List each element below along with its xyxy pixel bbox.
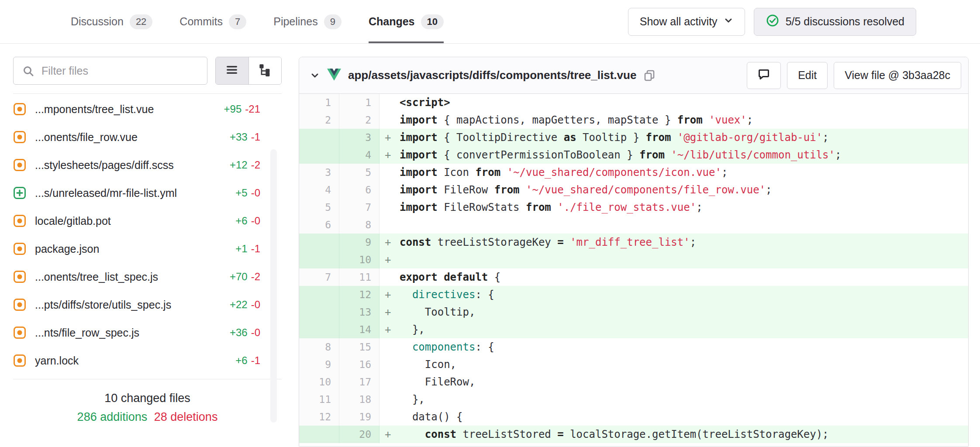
file-list-item[interactable]: locale/gitlab.pot +6-0 <box>13 207 283 235</box>
diff-line[interactable]: 13 + Tooltip, <box>299 303 968 321</box>
file-modified-icon <box>13 326 26 339</box>
list-view-button[interactable] <box>216 57 248 84</box>
file-list-item[interactable]: ...onents/tree_list_spec.js +70-2 <box>13 263 283 291</box>
file-list-item[interactable]: yarn.lock +6-1 <box>13 347 283 375</box>
line-content: + }, <box>380 321 968 338</box>
copy-path-icon[interactable] <box>643 69 656 82</box>
line-content: +const treeListStorageKey = 'mr_diff_tre… <box>380 234 968 251</box>
new-line-number: 13 <box>339 303 380 321</box>
new-line-number: 19 <box>339 408 380 426</box>
total-deletions: 28 deletions <box>154 410 218 423</box>
tab-discussion[interactable]: Discussion 22 <box>71 0 152 43</box>
diff-line[interactable]: 11 18 }, <box>299 391 968 408</box>
file-view-toggle <box>215 57 282 85</box>
file-list-item[interactable]: package.json +1-1 <box>13 235 283 263</box>
diff-file-header-actions: Edit View file @ 3b3aa28c <box>747 62 961 89</box>
diff-line[interactable]: 12 + directives: { <box>299 286 968 303</box>
sidebar-scrollbar[interactable] <box>270 149 277 423</box>
discussions-resolved-button[interactable]: 5/5 discussions resolved <box>754 8 916 36</box>
file-list-item[interactable]: ...mponents/tree_list.vue +95-21 <box>13 95 283 123</box>
file-tree-icon <box>259 63 272 78</box>
file-diff-stats: +12-2 <box>230 159 260 171</box>
diff-line[interactable]: 8 15 components: { <box>299 338 968 356</box>
file-diff-stats: +36-0 <box>230 327 260 339</box>
diff-line[interactable]: 3 +import { TooltipDirective as Tooltip … <box>299 129 968 146</box>
old-line-number: 8 <box>299 338 339 356</box>
show-all-activity-dropdown[interactable]: Show all activity <box>628 8 745 36</box>
new-line-number: 12 <box>339 286 380 303</box>
diff-line[interactable]: 7 11 export default { <box>299 268 968 286</box>
diff-line[interactable]: 10 + <box>299 251 968 268</box>
diff-line[interactable]: 12 19 data() { <box>299 408 968 426</box>
old-line-number: 1 <box>299 94 339 111</box>
file-list-item[interactable]: ...onents/file_row.vue +33-1 <box>13 123 283 151</box>
view-file-button[interactable]: View file @ 3b3aa28c <box>834 62 961 89</box>
file-diff-stats: +1-1 <box>235 243 260 255</box>
new-line-number: 16 <box>339 356 380 373</box>
old-line-number <box>299 129 339 146</box>
vue-file-icon <box>327 69 341 83</box>
diff-line[interactable]: 10 17 FileRow, <box>299 373 968 391</box>
file-list-item[interactable]: ...stylesheets/pages/diff.scss +12-2 <box>13 151 283 179</box>
diff-line[interactable]: 9 16 Icon, <box>299 356 968 373</box>
chevron-down-icon <box>724 15 733 28</box>
diff-line[interactable]: 6 8 <box>299 216 968 234</box>
edit-file-button[interactable]: Edit <box>787 62 828 89</box>
diff-line[interactable]: 9 +const treeListStorageKey = 'mr_diff_t… <box>299 234 968 251</box>
new-line-number: 7 <box>339 199 380 216</box>
additions-count: +36 <box>230 327 248 338</box>
old-line-number: 10 <box>299 373 339 391</box>
comment-on-file-button[interactable] <box>747 62 781 89</box>
diff-line[interactable]: 2 2 import { mapActions, mapGetters, map… <box>299 111 968 129</box>
file-diff-stats: +95-21 <box>224 103 260 115</box>
tab-count-badge: 9 <box>324 14 342 29</box>
diff-line[interactable]: 4 6 import FileRow from '~/vue_shared/co… <box>299 181 968 199</box>
diff-line[interactable]: 3 5 import Icon from '~/vue_shared/compo… <box>299 164 968 181</box>
diff-line[interactable]: 20 + const treeListStored = localStorage… <box>299 426 968 443</box>
old-line-number <box>299 321 339 338</box>
diff-line[interactable]: 1 1 <script> <box>299 94 968 111</box>
diff-line[interactable]: 14 + }, <box>299 321 968 338</box>
tree-view-button[interactable] <box>248 57 282 84</box>
filter-files-input[interactable] <box>13 57 207 85</box>
line-content: + directives: { <box>380 286 968 303</box>
file-diff-stats: +6-0 <box>235 215 260 227</box>
tab-commits[interactable]: Commits 7 <box>179 0 246 43</box>
new-line-number: 9 <box>339 234 380 251</box>
new-line-number: 6 <box>339 181 380 199</box>
file-list-item[interactable]: ...pts/diffs/store/utils_spec.js +22-0 <box>13 291 283 319</box>
file-modified-icon <box>13 214 26 227</box>
deletions-count: -1 <box>251 354 260 366</box>
line-content: + <box>380 251 968 268</box>
new-line-number: 15 <box>339 338 380 356</box>
new-line-number: 10 <box>339 251 380 268</box>
deletions-count: -1 <box>251 131 260 143</box>
tab-pipelines[interactable]: Pipelines 9 <box>273 0 342 43</box>
file-name: package.json <box>35 243 235 255</box>
diff-sign: + <box>385 129 391 146</box>
tab-changes[interactable]: Changes 10 <box>369 0 444 43</box>
line-tokens: Tooltip, <box>400 306 475 318</box>
line-content: +import { TooltipDirective as Tooltip } … <box>380 129 968 146</box>
file-diff-stats: +5-0 <box>235 187 260 199</box>
additions-count: +6 <box>235 215 247 227</box>
file-list-item[interactable]: ...nts/file_row_spec.js +36-0 <box>13 319 283 347</box>
diff-sign: + <box>385 321 391 338</box>
additions-count: +6 <box>235 354 247 366</box>
line-content: +import { convertPermissionToBoolean } f… <box>380 146 968 164</box>
diff-stats-summary: 10 changed files 286 additions 28 deleti… <box>13 392 282 424</box>
collapse-file-chevron-icon[interactable] <box>310 70 320 81</box>
additions-count: +12 <box>230 159 248 171</box>
diff-line[interactable]: 5 7 import FileRowStats from './file_row… <box>299 199 968 216</box>
line-tokens: <script> <box>400 96 450 109</box>
old-line-number <box>299 426 339 443</box>
tab-label: Discussion <box>71 15 124 28</box>
line-content: }, <box>380 391 968 408</box>
old-line-number <box>299 286 339 303</box>
diff-line[interactable]: 4 +import { convertPermissionToBoolean }… <box>299 146 968 164</box>
file-list-item[interactable]: ...s/unreleased/mr-file-list.yml +5-0 <box>13 179 283 207</box>
dropdown-label: Show all activity <box>640 15 718 28</box>
changed-files-count: 10 changed files <box>13 392 282 405</box>
new-line-number: 1 <box>339 94 380 111</box>
file-name: yarn.lock <box>35 354 235 367</box>
